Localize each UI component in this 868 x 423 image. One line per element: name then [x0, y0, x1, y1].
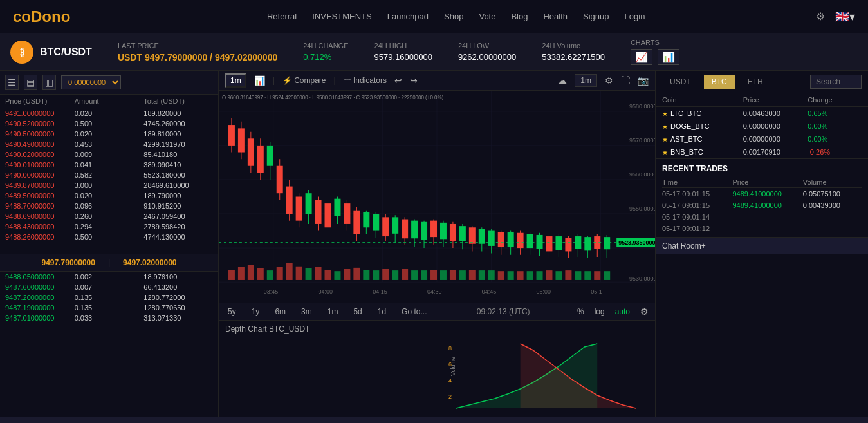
cf-1m[interactable]: 1m	[325, 306, 341, 317]
ob-bids-icon[interactable]: ▥	[42, 75, 56, 90]
ob-ask-price: 9490.02000000	[5, 151, 75, 158]
volume-label: 24H Volume	[542, 42, 605, 50]
svg-text:04:00: 04:00	[319, 288, 333, 295]
tab-eth[interactable]: ETH	[740, 75, 771, 89]
rt-time: 05-17 09:01:15	[662, 190, 732, 198]
ob-ask-row[interactable]: 9488.26000000 0.500 4744.130000	[0, 232, 218, 242]
rt-list: 05-17 09:01:15 9489.41000000 0.05075100 …	[662, 188, 862, 234]
undo-icon[interactable]: ↩	[394, 75, 402, 86]
nav-vote[interactable]: Vote	[479, 12, 495, 21]
ob-bid-amount: 0.033	[75, 314, 144, 322]
cf-3m[interactable]: 3m	[299, 306, 315, 317]
chart-settings-icon[interactable]: ⚙	[605, 75, 613, 86]
ob-bid-row[interactable]: 9487.20000000 0.135 1280.772000	[0, 292, 218, 303]
ob-ask-price: 9490.49000000	[5, 140, 75, 148]
svg-rect-65	[440, 223, 447, 239]
ob-ask-price: 9489.87000000	[5, 182, 75, 189]
rt-header-price: Price	[732, 178, 802, 186]
svg-text:03:45: 03:45	[264, 288, 278, 295]
candlestick-chart-icon[interactable]: 📊	[658, 49, 679, 65]
ob-ask-row[interactable]: 9488.70000000 0.096 910.915200	[0, 201, 218, 211]
tf-1m[interactable]: 1m	[225, 73, 246, 88]
compare-btn[interactable]: ⚡ Compare	[282, 76, 326, 85]
rt-time: 05-17 09:01:14	[662, 213, 732, 221]
svg-rect-135	[565, 270, 571, 280]
screenshot-icon[interactable]: 📷	[638, 75, 649, 86]
chat-room-button[interactable]: Chat Room+	[656, 237, 868, 254]
svg-rect-35	[296, 197, 302, 221]
coin-name: ★LTC_BTC	[662, 109, 743, 117]
svg-rect-31	[277, 166, 283, 193]
ob-header-amount: Amount	[75, 97, 144, 105]
cf-settings-icon[interactable]: ⚙	[640, 306, 649, 317]
coin-list-item[interactable]: ★DOGE_BTC 0.00000000 0.00%	[656, 120, 868, 133]
logo-text: coDono	[13, 8, 70, 25]
ob-bid-row[interactable]: 9487.19000000 0.135 1280.770650	[0, 303, 218, 313]
tab-btc[interactable]: BTC	[704, 75, 735, 89]
cloud-icon[interactable]: ☁	[558, 75, 567, 86]
cf-percent[interactable]: %	[577, 307, 584, 316]
ob-ask-row[interactable]: 9489.87000000 3.000 28469.610000	[0, 180, 218, 191]
svg-rect-137	[584, 271, 591, 280]
ob-ask-total: 910.915200	[143, 202, 213, 210]
save-btn[interactable]: 1m	[575, 74, 597, 87]
low-item: 24H LOW 9262.00000000	[458, 42, 516, 62]
ob-ask-row[interactable]: 9488.69000000 0.260 2467.059400	[0, 211, 218, 221]
cf-log[interactable]: log	[595, 307, 605, 316]
ob-ask-row[interactable]: 9490.01000000 0.041 389.090410	[0, 160, 218, 170]
line-chart-icon[interactable]: 📈	[631, 49, 652, 65]
nav-blog[interactable]: Blog	[511, 12, 528, 21]
volume-item: 24H Volume 53382.62271500	[542, 42, 605, 62]
ob-ask-price: 9490.01000000	[5, 161, 75, 169]
tab-usdt[interactable]: USDT	[662, 75, 699, 89]
ob-ask-row[interactable]: 9490.49000000 0.453 4299.191970	[0, 139, 218, 149]
ob-decimal-select[interactable]: 0.00000000	[61, 75, 121, 89]
coin-list-item[interactable]: ★LTC_BTC 0.00463000 0.65%	[656, 107, 868, 120]
coin-list-item[interactable]: ★AST_BTC 0.00000000 0.00%	[656, 133, 868, 146]
svg-rect-23	[238, 128, 245, 152]
nav-launchpad[interactable]: Launchpad	[387, 12, 429, 21]
ob-ask-row[interactable]: 9490.00000000 0.582 5523.180000	[0, 170, 218, 180]
ob-ask-row[interactable]: 9488.43000000 0.294 2789.598420	[0, 221, 218, 232]
nav-health[interactable]: Health	[543, 12, 568, 21]
ob-bid-row[interactable]: 9487.60000000 0.007 66.413200	[0, 282, 218, 292]
cf-auto[interactable]: auto	[615, 307, 630, 316]
nav-signup[interactable]: Signup	[583, 12, 609, 21]
flag-icon[interactable]: 🇬🇧▾	[835, 10, 855, 24]
depth-chart-svg: 8 6 4 2 Volume	[219, 337, 655, 411]
nav-shop[interactable]: Shop	[444, 12, 463, 21]
ob-ask-row[interactable]: 9490.50000000 0.020 189.810000	[0, 129, 218, 139]
ob-ask-row[interactable]: 9489.50000000 0.020 189.790000	[0, 191, 218, 201]
cf-goto[interactable]: Go to...	[399, 306, 429, 317]
settings-icon[interactable]: ⚙	[816, 10, 825, 23]
ob-asks-icon[interactable]: ▤	[24, 75, 37, 90]
nav-investments[interactable]: INVESTMENTS	[312, 12, 371, 21]
ob-ask-row[interactable]: 9491.00000000 0.020 189.820000	[0, 108, 218, 118]
ob-ask-total: 189.790000	[143, 192, 213, 200]
indicators-btn[interactable]: 〰 Indicators	[344, 76, 387, 85]
cf-5y[interactable]: 5y	[225, 306, 239, 317]
nav-login[interactable]: Login	[625, 12, 645, 21]
svg-rect-116	[382, 269, 389, 280]
cf-1y[interactable]: 1y	[249, 306, 263, 317]
cf-6m[interactable]: 6m	[272, 306, 288, 317]
ob-list-icon[interactable]: ☰	[5, 75, 19, 90]
cf-1d[interactable]: 1d	[375, 306, 389, 317]
svg-rect-83	[527, 234, 533, 248]
ob-ask-total: 28469.610000	[143, 182, 213, 189]
nav-referral[interactable]: Referral	[267, 12, 297, 21]
ob-ask-row[interactable]: 9490.02000000 0.009 85.410180	[0, 149, 218, 160]
coin-list-item[interactable]: ★BNB_BTC 0.00170910 -0.26%	[656, 146, 868, 158]
ob-bid-row[interactable]: 9488.05000000 0.002 18.976100	[0, 272, 218, 282]
coin-search-input[interactable]	[810, 75, 862, 89]
coin-change: 0.00%	[808, 135, 862, 143]
chart-type-icon[interactable]: 📊	[254, 75, 265, 86]
ob-ask-row[interactable]: 9490.52000000 0.500 4745.260000	[0, 118, 218, 129]
ob-spread-buy: 9497.79000000	[42, 258, 95, 267]
chart-footer: 5y 1y 6m 3m 1m 5d 1d Go to... 09:02:13 (…	[219, 303, 655, 320]
coin-price: 0.00170910	[743, 148, 808, 156]
ob-bid-row[interactable]: 9487.01000000 0.033 313.071330	[0, 313, 218, 323]
redo-icon[interactable]: ↪	[410, 75, 418, 86]
fullscreen-icon[interactable]: ⛶	[621, 75, 630, 86]
cf-5d[interactable]: 5d	[351, 306, 364, 317]
